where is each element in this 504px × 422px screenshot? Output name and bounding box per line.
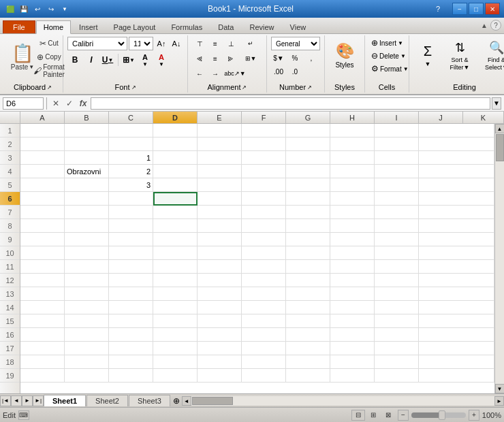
cell-J9[interactable] [419, 233, 494, 246]
cell-J12[interactable] [419, 274, 494, 287]
row-num-4[interactable]: 4 [0, 165, 20, 178]
row-num-11[interactable]: 11 [0, 260, 20, 274]
cell-I7[interactable] [375, 206, 419, 219]
cell-C17[interactable] [109, 342, 153, 355]
cell-D3[interactable] [153, 151, 198, 165]
cell-C1[interactable] [109, 124, 153, 137]
cell-A5[interactable] [20, 178, 65, 192]
format-painter-button[interactable]: 🖌 Format Painter [40, 64, 59, 77]
cell-J10[interactable] [419, 246, 494, 260]
border-button[interactable]: ⊞▼ [121, 53, 136, 67]
decrease-decimal-button[interactable]: .0 [287, 65, 302, 78]
scroll-down-button[interactable]: ▼ [495, 384, 505, 393]
cell-B15[interactable] [65, 314, 109, 328]
cell-I5[interactable] [375, 178, 419, 192]
cell-F5[interactable] [242, 178, 286, 192]
orientation-button[interactable]: abc↗▼ [223, 67, 247, 80]
cell-D1[interactable] [153, 124, 198, 137]
cell-F3[interactable] [242, 151, 286, 165]
delete-dropdown[interactable]: ▼ [400, 53, 406, 59]
cell-H19[interactable] [330, 369, 375, 383]
cell-D15[interactable] [153, 314, 198, 328]
cell-I18[interactable] [375, 355, 419, 369]
cell-I14[interactable] [375, 301, 419, 314]
sort-filter-button[interactable]: ⇅ Sort &Filter▼ [445, 37, 475, 74]
cell-H4[interactable] [330, 165, 375, 178]
zoom-out-button[interactable]: − [398, 410, 409, 421]
cell-A2[interactable] [20, 137, 65, 151]
cell-F4[interactable] [242, 165, 286, 178]
row-num-8[interactable]: 8 [0, 219, 20, 233]
italic-button[interactable]: I [84, 53, 99, 67]
merge-center-button[interactable]: ⊞▼ [239, 52, 262, 65]
cell-A19[interactable] [20, 369, 65, 383]
cell-A17[interactable] [20, 342, 65, 355]
cell-E5[interactable] [198, 178, 242, 192]
col-header-H[interactable]: H [330, 112, 375, 123]
cell-D14[interactable] [153, 301, 198, 314]
cell-I4[interactable] [375, 165, 419, 178]
sheet-last-button[interactable]: ►| [33, 395, 44, 406]
cell-I6[interactable] [375, 192, 419, 206]
cell-H17[interactable] [330, 342, 375, 355]
cell-H10[interactable] [330, 246, 375, 260]
cell-H18[interactable] [330, 355, 375, 369]
cell-B2[interactable] [65, 137, 109, 151]
cell-H13[interactable] [330, 287, 375, 301]
tab-review[interactable]: Review [242, 20, 281, 33]
cell-J18[interactable] [419, 355, 494, 369]
cell-B16[interactable] [65, 328, 109, 342]
cell-F2[interactable] [242, 137, 286, 151]
row-num-3[interactable]: 3 [0, 151, 20, 165]
cell-F8[interactable] [242, 219, 286, 233]
font-color-dropdown[interactable]: ▼ [159, 61, 164, 67]
tab-view[interactable]: View [283, 20, 314, 33]
tab-formulas[interactable]: Formulas [163, 20, 210, 33]
cell-C16[interactable] [109, 328, 153, 342]
cell-D8[interactable] [153, 219, 198, 233]
row-num-9[interactable]: 9 [0, 233, 20, 246]
cell-H2[interactable] [330, 137, 375, 151]
cell-J7[interactable] [419, 206, 494, 219]
col-header-E[interactable]: E [198, 112, 242, 123]
col-header-D[interactable]: D [153, 112, 198, 123]
cell-J2[interactable] [419, 137, 494, 151]
cell-A12[interactable] [20, 274, 65, 287]
cell-I17[interactable] [375, 342, 419, 355]
cell-D5[interactable] [153, 178, 198, 192]
cell-B4[interactable]: Obrazovni [65, 165, 109, 178]
cell-B17[interactable] [65, 342, 109, 355]
autosum-button[interactable]: Σ ▼ [413, 37, 442, 74]
row-num-2[interactable]: 2 [0, 137, 20, 151]
row-num-5[interactable]: 5 [0, 178, 20, 192]
cell-G4[interactable] [286, 165, 330, 178]
cell-C19[interactable] [109, 369, 153, 383]
close-button[interactable]: ✕ [485, 3, 500, 15]
cell-B10[interactable] [65, 246, 109, 260]
cell-J17[interactable] [419, 342, 494, 355]
cell-G2[interactable] [286, 137, 330, 151]
redo-qat-icon[interactable]: ↪ [45, 3, 57, 15]
font-expand-icon[interactable]: ↗ [131, 84, 136, 91]
scroll-right-button[interactable]: ► [494, 396, 504, 406]
cell-B19[interactable] [65, 369, 109, 383]
cell-G11[interactable] [286, 260, 330, 274]
row-num-16[interactable]: 16 [0, 328, 20, 342]
cell-F9[interactable] [242, 233, 286, 246]
cell-F18[interactable] [242, 355, 286, 369]
cell-E13[interactable] [198, 287, 242, 301]
col-header-G[interactable]: G [286, 112, 330, 123]
scroll-thumb[interactable] [496, 134, 504, 161]
align-left-button[interactable]: ⫷ [192, 52, 207, 65]
decrease-font-button[interactable]: A↓ [170, 37, 183, 50]
tab-insert[interactable]: Insert [72, 20, 106, 33]
cell-D17[interactable] [153, 342, 198, 355]
styles-button[interactable]: 🎨 Styles [329, 37, 360, 74]
page-break-view-button[interactable]: ⊠ [381, 410, 395, 421]
cell-J4[interactable] [419, 165, 494, 178]
confirm-icon[interactable]: ✓ [63, 97, 76, 110]
find-select-button[interactable]: 🔍 Find &Select▼ [477, 37, 504, 74]
cell-E4[interactable] [198, 165, 242, 178]
fill-color-button[interactable]: A ▼ [138, 53, 153, 67]
cell-E16[interactable] [198, 328, 242, 342]
